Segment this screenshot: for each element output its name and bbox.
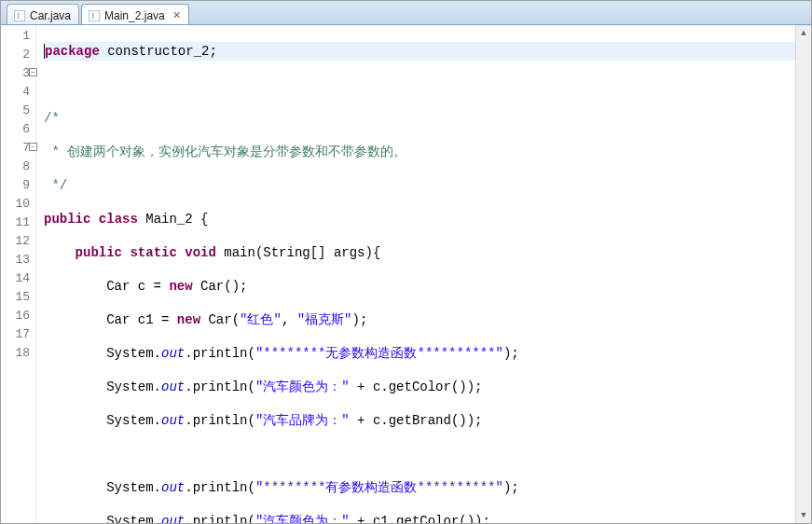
- code-line: System.out.println("汽车品牌为：" + c.getBrand…: [44, 411, 811, 430]
- line-number: 18: [1, 344, 35, 363]
- code-line: Car c1 = new Car("红色", "福克斯");: [44, 310, 811, 329]
- code-area[interactable]: package constructor_2; /* * 创建两个对象，实例化汽车…: [36, 25, 811, 523]
- code-editor[interactable]: 1 2 3− 4 5 6 7− 8 9 10 11 12 13 14 15 16…: [1, 25, 811, 523]
- line-number: 14: [1, 269, 35, 288]
- code-line: public class Main_2 {: [44, 210, 811, 228]
- vertical-scrollbar[interactable]: ▲ ▼: [795, 25, 811, 523]
- line-number: 4: [1, 83, 35, 102]
- code-line: */: [44, 176, 811, 195]
- code-line: package constructor_2;: [44, 42, 811, 61]
- code-line: [44, 445, 811, 463]
- line-number: 16: [1, 307, 35, 325]
- svg-text:J: J: [17, 12, 20, 21]
- code-line: System.out.println("********有参数构造函数*****…: [44, 478, 811, 497]
- code-line: System.out.println("汽车颜色为；" + c1.getColo…: [44, 512, 811, 523]
- tab-label: Main_2.java: [104, 9, 165, 22]
- fold-icon[interactable]: −: [29, 68, 37, 76]
- code-line: System.out.println("汽车颜色为：" + c.getColor…: [44, 378, 811, 396]
- tab-label: Car.java: [30, 9, 71, 22]
- line-number: 7−: [1, 139, 35, 158]
- code-line: /*: [44, 109, 811, 128]
- tab-car-java[interactable]: J Car.java: [7, 4, 79, 24]
- tab-main2-java[interactable]: J Main_2.java ✕: [81, 4, 189, 24]
- line-number: 9: [1, 176, 35, 195]
- line-number: 15: [1, 288, 35, 307]
- line-number-gutter: 1 2 3− 4 5 6 7− 8 9 10 11 12 13 14 15 16…: [1, 25, 36, 523]
- scroll-up-icon[interactable]: ▲: [796, 25, 811, 41]
- line-number: 5: [1, 102, 35, 120]
- line-number: 17: [1, 325, 35, 344]
- code-line: Car c = new Car();: [44, 277, 811, 296]
- line-number: 2: [1, 46, 35, 64]
- svg-text:J: J: [91, 12, 94, 21]
- code-line: public static void main(String[] args){: [44, 243, 811, 262]
- line-number: 1: [1, 27, 35, 46]
- line-number: 8: [1, 158, 35, 176]
- code-line: * 创建两个对象，实例化汽车对象是分带参数和不带参数的。: [44, 143, 811, 161]
- line-number: 12: [1, 232, 35, 251]
- line-number: 3−: [1, 64, 35, 83]
- scroll-down-icon[interactable]: ▼: [796, 507, 811, 523]
- code-line: [44, 76, 811, 94]
- code-line: System.out.println("********无参数构造函数*****…: [44, 344, 811, 363]
- close-icon[interactable]: ✕: [172, 9, 181, 21]
- line-number: 13: [1, 251, 35, 269]
- tab-bar: J Car.java J Main_2.java ✕: [1, 1, 811, 25]
- line-number: 11: [1, 214, 35, 232]
- line-number: 10: [1, 195, 35, 214]
- line-number: 6: [1, 120, 35, 139]
- java-file-icon: J: [13, 9, 26, 22]
- java-file-icon: J: [88, 9, 101, 22]
- fold-icon[interactable]: −: [29, 143, 37, 151]
